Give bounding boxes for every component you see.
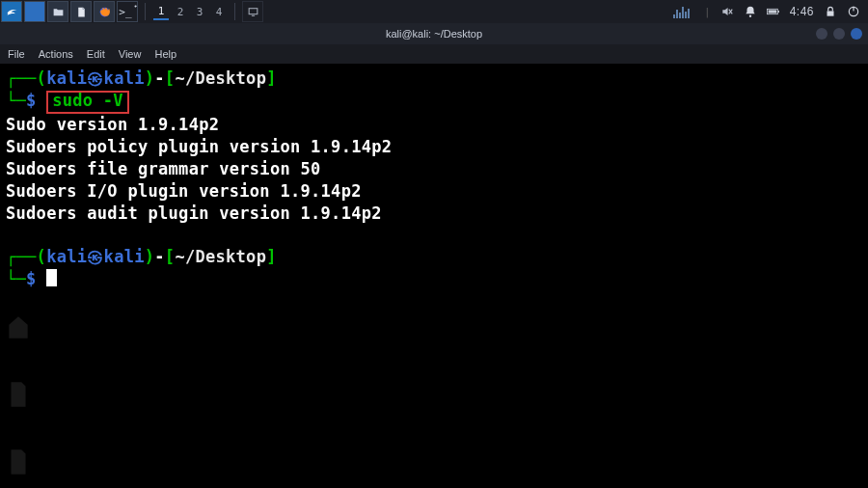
prompt2-user: kali: [46, 247, 87, 266]
workspace-1[interactable]: 1: [153, 3, 169, 20]
workspace-4[interactable]: 4: [211, 3, 227, 20]
prompt2-elbow: └─: [6, 269, 26, 288]
audio-muted-icon[interactable]: [720, 5, 734, 18]
tray-separator: |: [704, 6, 711, 18]
menu-edit[interactable]: Edit: [87, 48, 105, 60]
clock[interactable]: 4:46: [790, 5, 814, 18]
window-controls: [816, 28, 868, 40]
prompt-elbow: └─: [6, 91, 26, 110]
prompt2-dollar: $: [26, 269, 46, 288]
prompt-close-paren: ): [145, 68, 155, 88]
workspace-separator-2: [234, 3, 235, 20]
prompt-host: kali: [104, 68, 145, 88]
minimize-button[interactable]: [816, 28, 827, 40]
workspace-3[interactable]: 3: [192, 3, 207, 20]
workspace-separator: [145, 3, 146, 20]
svg-point-3: [748, 15, 750, 17]
prompt2-path: ~/Desktop: [175, 247, 266, 266]
file-manager-button[interactable]: [47, 1, 68, 22]
menu-actions[interactable]: Actions: [39, 48, 73, 60]
prompt2-rbracket: ]: [266, 247, 277, 266]
output-line-1: Sudo version 1.9.14p2: [6, 115, 219, 134]
panel-left: >_ • 1 2 3 4: [0, 0, 264, 23]
show-desktop-button[interactable]: [242, 1, 263, 22]
cpu-graph-icon[interactable]: [673, 5, 694, 18]
svg-rect-9: [853, 7, 854, 12]
panel-right: | 4:46: [673, 5, 868, 18]
svg-rect-5: [777, 11, 778, 13]
prompt-path: ~/Desktop: [175, 68, 266, 88]
svg-rect-2: [251, 14, 254, 15]
terminal-glyph: >_: [119, 6, 131, 18]
prompt2-dash: -: [154, 247, 165, 266]
svg-rect-7: [827, 11, 834, 15]
svg-rect-6: [768, 10, 776, 13]
svg-rect-1: [249, 8, 258, 14]
kali-menu-button[interactable]: [1, 1, 22, 22]
text-editor-button[interactable]: [70, 1, 92, 22]
prompt-dollar: $: [26, 91, 46, 110]
firefox-button[interactable]: [94, 1, 115, 22]
maximize-button[interactable]: [833, 28, 845, 40]
folder-icon: [52, 6, 65, 18]
at-skull-icon-2: ㉿: [87, 247, 103, 266]
kali-logo-icon: [6, 6, 18, 18]
menu-file[interactable]: File: [8, 48, 25, 60]
terminal-launcher-button[interactable]: >_ •: [117, 1, 138, 22]
prompt-user: kali: [46, 68, 87, 88]
output-line-5: Sudoers audit plugin version 1.9.14p2: [6, 203, 382, 223]
prompt-lbracket: [: [165, 68, 176, 88]
prompt2-top-corner: ┌──(: [6, 247, 46, 266]
taskbar-terminal-window[interactable]: [24, 1, 45, 22]
menu-help[interactable]: Help: [154, 48, 176, 60]
firefox-icon: [98, 6, 111, 18]
document-icon: [75, 6, 88, 18]
output-line-3: Sudoers file grammar version 50: [6, 159, 321, 178]
workspace-2[interactable]: 2: [173, 3, 188, 20]
close-button[interactable]: [851, 28, 862, 40]
prompt-rbracket: ]: [266, 68, 277, 88]
terminal-menubar: File Actions Edit View Help: [0, 44, 868, 64]
command-highlight-box: sudo -V: [46, 91, 129, 114]
menu-view[interactable]: View: [119, 48, 142, 60]
output-line-2: Sudoers policy plugin version 1.9.14p2: [6, 137, 392, 156]
terminal-cursor: [46, 269, 57, 286]
at-skull-icon: ㉿: [87, 68, 103, 88]
terminal-window: kali@kali: ~/Desktop File Actions Edit V…: [0, 23, 868, 488]
notifications-icon[interactable]: [744, 5, 757, 18]
command-text: sudo -V: [52, 91, 123, 110]
prompt2-lbracket: [: [165, 247, 176, 266]
prompt-top-corner: ┌──(: [6, 68, 46, 88]
desktop-icon: [247, 6, 259, 18]
lock-icon[interactable]: [824, 5, 837, 18]
window-titlebar[interactable]: kali@kali: ~/Desktop: [0, 23, 868, 44]
prompt-dash: -: [154, 68, 165, 88]
terminal-body[interactable]: ┌──(kali㉿kali)-[~/Desktop] └─$ sudo -V S…: [0, 64, 868, 488]
battery-icon[interactable]: [767, 5, 780, 18]
window-title: kali@kali: ~/Desktop: [0, 28, 868, 40]
power-icon[interactable]: [847, 5, 860, 18]
prompt2-host: kali: [104, 247, 145, 266]
output-line-4: Sudoers I/O plugin version 1.9.14p2: [6, 181, 362, 201]
xfce-panel: >_ • 1 2 3 4 | 4:46: [0, 0, 868, 23]
prompt2-close-paren: ): [145, 247, 155, 266]
